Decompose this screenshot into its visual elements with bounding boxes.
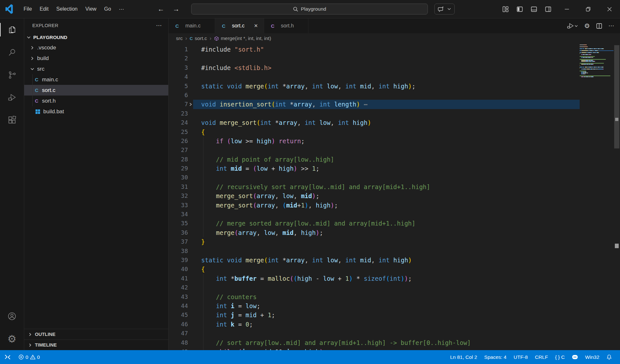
code-line[interactable]: 24void merge_sort(int *array, int low, i… [169, 118, 580, 127]
go-forward-arrow[interactable]: → [171, 5, 181, 14]
source-control-view-icon[interactable] [0, 64, 24, 86]
code-line[interactable]: 30 [169, 173, 580, 182]
code-editor[interactable]: 1#include "sort.h"23#include <stdlib.h>4… [169, 44, 620, 350]
outline-section-header[interactable]: OUTLINE [24, 329, 168, 339]
status-utf-8[interactable]: UTF-8 [510, 350, 531, 364]
code-line[interactable]: 42 [169, 283, 580, 292]
status-bell[interactable] [603, 350, 615, 364]
code-line[interactable]: 6 [169, 91, 580, 100]
explorer-view-icon[interactable] [0, 18, 24, 41]
tree-item--vscode[interactable]: .vscode [24, 42, 168, 53]
account-icon[interactable] [0, 305, 24, 328]
tree-item-main-c[interactable]: Cmain.c [24, 74, 168, 85]
code-line[interactable]: 35 // merge sorted array[low..mid] and a… [169, 219, 580, 228]
code-line[interactable]: 23 [169, 109, 580, 118]
breadcrumb-item[interactable]: Csort.c [190, 35, 207, 41]
search-view-icon[interactable] [0, 41, 24, 64]
code-line[interactable]: 26 if (low >= high) return; [169, 136, 580, 146]
menu-selection[interactable]: Selection [52, 4, 81, 14]
code-line[interactable]: 49 while (i <= mid && j <= high) [169, 347, 580, 350]
tab-sort-c[interactable]: Csort.c✕ [215, 18, 264, 33]
menu-more[interactable]: ⋯ [115, 4, 128, 14]
code-line[interactable]: 5static void merge(int *array, int low, … [169, 82, 580, 91]
copilot-button[interactable] [434, 4, 455, 15]
code-line[interactable]: 7void insertion_sort(int *array, int len… [169, 100, 580, 109]
close-window-button[interactable] [599, 0, 620, 18]
tree-item-build[interactable]: build [24, 53, 168, 64]
remote-indicator[interactable] [0, 350, 15, 364]
code-line[interactable]: 2 [169, 54, 580, 63]
tree-item-sort-c[interactable]: Csort.c [24, 85, 168, 96]
code-line[interactable]: 46 int k = 0; [169, 320, 580, 329]
code-line[interactable]: 45 int j = mid + 1; [169, 310, 580, 319]
go-back-arrow[interactable]: ← [156, 5, 166, 14]
breadcrumb-item[interactable]: merge(int *, int, int, int) [214, 35, 271, 41]
split-editor-icon[interactable] [596, 23, 602, 29]
tab-main-c[interactable]: Cmain.c [169, 18, 215, 33]
toggle-secondary-sidebar-icon[interactable] [544, 5, 553, 14]
restore-button[interactable] [577, 0, 599, 18]
minimize-button[interactable] [556, 0, 577, 18]
code-line[interactable]: 28 // mid point of array[low..high] [169, 155, 580, 164]
run-debug-file-button[interactable] [567, 22, 578, 29]
status-crlf[interactable]: CRLF [531, 350, 551, 364]
code-line[interactable]: 38 [169, 247, 580, 256]
code-line[interactable]: 27 [169, 146, 580, 155]
timeline-section-header[interactable]: TIMELINE [24, 339, 168, 350]
menu-edit[interactable]: Edit [36, 4, 53, 14]
code-line[interactable]: 36 merge(array, low, mid, high); [169, 228, 580, 237]
status--c[interactable]: { } C [552, 350, 568, 364]
minimap[interactable] [580, 45, 614, 77]
code-line[interactable]: 47 [169, 329, 580, 338]
overview-ruler-marker [615, 244, 619, 248]
scrollbar-thumb[interactable] [614, 45, 619, 148]
fold-gutter [188, 283, 193, 292]
code-line[interactable]: 31 // recursively sort array[low..mid] a… [169, 182, 580, 191]
minimap-line [580, 50, 614, 51]
code-line[interactable]: 1#include "sort.h" [169, 45, 580, 54]
code-line[interactable]: 3#include <stdlib.h> [169, 63, 580, 72]
command-center-search[interactable]: Playground [191, 4, 428, 15]
code-line[interactable]: 37} [169, 237, 580, 246]
status-win32[interactable]: Win32 [582, 350, 603, 364]
customize-layout-icon[interactable] [501, 5, 510, 14]
code-line[interactable]: 39static void merge(int *array, int low,… [169, 256, 580, 265]
code-line[interactable]: 48 // sort array[low..mid] and array[mid… [169, 338, 580, 347]
code-line[interactable]: 32 merge_sort(array, low, mid); [169, 191, 580, 200]
status-ln-81-col-2[interactable]: Ln 81, Col 2 [447, 350, 481, 364]
explorer-more-actions[interactable]: ⋯ [156, 22, 162, 29]
code-line[interactable]: 33 merge_sort(array, (mid+1), high); [169, 201, 580, 210]
code-line[interactable]: 4 [169, 72, 580, 81]
breadcrumb-item[interactable]: src [176, 35, 183, 41]
toggle-primary-sidebar-icon[interactable] [515, 5, 524, 14]
tree-item-build-bat[interactable]: build.bat [24, 106, 168, 117]
problems-indicator[interactable]: 0 0 [15, 350, 43, 364]
minimap-line [580, 61, 614, 62]
close-tab-icon[interactable]: ✕ [253, 23, 259, 29]
more-actions-icon[interactable]: ⋯ [608, 22, 614, 29]
fold-chevron-icon[interactable] [188, 100, 193, 109]
editor-scrollbar[interactable] [614, 44, 620, 350]
settings-gear-icon[interactable]: ⚙ [0, 328, 24, 350]
status-spaces-4[interactable]: Spaces: 4 [481, 350, 510, 364]
tree-item-src[interactable]: src [24, 64, 168, 74]
menu-file[interactable]: File [20, 4, 36, 14]
code-line[interactable]: 34 [169, 210, 580, 219]
run-debug-view-icon[interactable] [0, 86, 24, 109]
code-line[interactable]: 40{ [169, 265, 580, 274]
code-line[interactable]: 25{ [169, 127, 580, 136]
menu-view[interactable]: View [81, 4, 100, 14]
menu-go[interactable]: Go [100, 4, 115, 14]
extensions-view-icon[interactable] [0, 109, 24, 131]
configure-gear-icon[interactable]: ⚙ [584, 23, 590, 29]
code-line[interactable]: 44 int i = low; [169, 301, 580, 310]
toggle-panel-icon[interactable] [530, 5, 538, 14]
tab-sort-h[interactable]: Csort.h [264, 18, 308, 33]
minimap-line [580, 48, 614, 49]
tree-root-playground[interactable]: PLAYGROUND [24, 32, 168, 42]
code-line[interactable]: 41 int *buffer = malloc((high - low + 1)… [169, 274, 580, 283]
status-copilot[interactable] [568, 350, 582, 364]
code-line[interactable]: 43 // counters [169, 292, 580, 301]
tree-item-sort-h[interactable]: Csort.h [24, 96, 168, 106]
code-line[interactable]: 29 int mid = (low + high) >> 1; [169, 164, 580, 173]
